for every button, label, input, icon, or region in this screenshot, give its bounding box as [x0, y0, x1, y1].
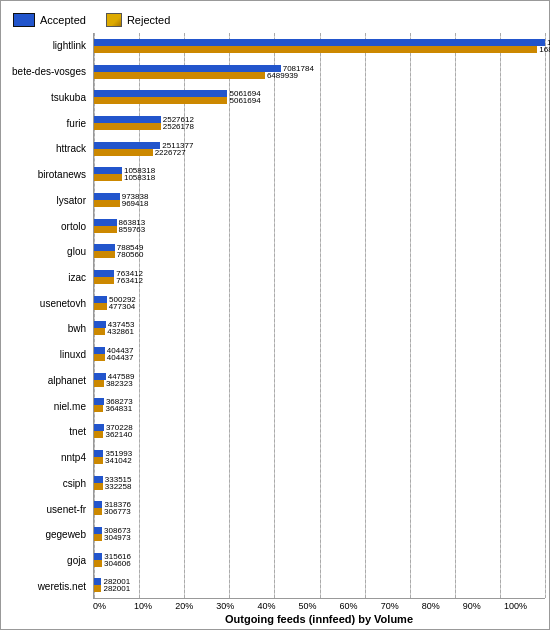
bar-group: 308673304973 — [94, 522, 545, 546]
bar-accepted: 315616 — [94, 553, 102, 560]
bar-row: 437453432861 — [94, 316, 545, 342]
bar-rejected: 341042 — [94, 457, 103, 464]
bar-rejected: 282001 — [94, 585, 101, 592]
bar-group: 25113772226727 — [94, 137, 545, 161]
bar-value-rejected: 477304 — [109, 303, 136, 309]
legend-accepted-box — [13, 13, 35, 27]
bar-rejected: 432861 — [94, 328, 105, 335]
bar-rejected: 1058318 — [94, 174, 122, 181]
bar-rejected: 763412 — [94, 277, 114, 284]
bar-rejected: 304606 — [94, 560, 102, 567]
bar-group: 1710149116811277 — [94, 34, 545, 58]
bar-accepted: 333515 — [94, 476, 103, 483]
bars-grid: 1710149116811277708178464899395061694506… — [93, 33, 545, 599]
bar-accepted: 788549 — [94, 244, 115, 251]
legend-rejected-box — [106, 13, 122, 27]
bar-accepted: 2511377 — [94, 142, 160, 149]
grid-line — [545, 33, 546, 598]
bar-accepted: 368273 — [94, 398, 104, 405]
bar-value-rejected: 364831 — [105, 405, 132, 411]
y-label: izac — [5, 265, 89, 291]
bar-accepted: 437453 — [94, 321, 106, 328]
y-label: tsukuba — [5, 84, 89, 110]
y-label: usenetovh — [5, 290, 89, 316]
bar-value-rejected: 282001 — [103, 585, 130, 591]
bar-value-rejected: 332258 — [105, 483, 132, 489]
bar-group: 370228362140 — [94, 419, 545, 443]
bar-group: 404437404437 — [94, 342, 545, 366]
y-label: tnet — [5, 419, 89, 445]
bar-group: 500292477304 — [94, 291, 545, 315]
bar-group: 10583181058318 — [94, 162, 545, 186]
y-label: weretis.net — [5, 573, 89, 599]
bar-row: 973838969418 — [94, 187, 545, 213]
bar-value-rejected: 1058318 — [124, 174, 155, 180]
bar-rejected: 332258 — [94, 483, 103, 490]
bar-rejected: 16811277 — [94, 46, 537, 53]
bars-section: lightlinkbete-des-vosgestsukubafuriehttr… — [5, 33, 545, 599]
bar-value-rejected: 2526178 — [163, 123, 194, 129]
y-label: gegeweb — [5, 522, 89, 548]
legend-rejected-label: Rejected — [127, 14, 170, 26]
bar-row: 333515332258 — [94, 470, 545, 496]
bar-value-rejected: 780560 — [117, 251, 144, 257]
bar-accepted: 5061694 — [94, 90, 227, 97]
y-label: httrack — [5, 136, 89, 162]
x-label: 60% — [340, 601, 381, 611]
legend: Accepted Rejected — [5, 9, 545, 33]
bar-rejected: 969418 — [94, 200, 120, 207]
x-label: 10% — [134, 601, 175, 611]
x-label: 70% — [381, 601, 422, 611]
bar-value-rejected: 341042 — [105, 457, 132, 463]
bar-row: 447589382323 — [94, 367, 545, 393]
bar-value-rejected: 16811277 — [539, 46, 550, 52]
bar-row: 370228362140 — [94, 418, 545, 444]
bar-accepted: 863813 — [94, 219, 117, 226]
bar-rejected: 2526178 — [94, 123, 161, 130]
bar-value-rejected: 362140 — [105, 431, 132, 437]
bar-accepted: 763412 — [94, 270, 114, 277]
bar-row: 351993341042 — [94, 444, 545, 470]
bar-row: 368273364831 — [94, 393, 545, 419]
bar-rejected: 5061694 — [94, 97, 227, 104]
bar-rejected: 780560 — [94, 251, 115, 258]
x-label: 20% — [175, 601, 216, 611]
bar-group: 315616304606 — [94, 548, 545, 572]
bar-group: 788549780560 — [94, 240, 545, 264]
y-label: bwh — [5, 316, 89, 342]
bar-value-rejected: 6489939 — [267, 72, 298, 78]
y-label: lightlink — [5, 33, 89, 59]
y-label: furie — [5, 110, 89, 136]
y-label: goja — [5, 548, 89, 574]
chart-container: Accepted Rejected lightlinkbete-des-vosg… — [0, 0, 550, 630]
x-label: 80% — [422, 601, 463, 611]
bar-value-rejected: 763412 — [116, 277, 143, 283]
legend-rejected: Rejected — [106, 13, 170, 27]
y-label: usenet-fr — [5, 496, 89, 522]
bar-rejected: 364831 — [94, 405, 103, 412]
bar-accepted: 318376 — [94, 501, 102, 508]
bar-value-rejected: 969418 — [122, 200, 149, 206]
bar-group: 50616945061694 — [94, 85, 545, 109]
bar-rejected: 477304 — [94, 303, 107, 310]
y-label: ortolo — [5, 213, 89, 239]
bar-row: 282001282001 — [94, 572, 545, 598]
legend-accepted-label: Accepted — [40, 14, 86, 26]
bar-value-rejected: 304973 — [104, 534, 131, 540]
bar-group: 863813859763 — [94, 214, 545, 238]
y-label: nntp4 — [5, 445, 89, 471]
bar-accepted: 973838 — [94, 193, 120, 200]
bar-rejected: 2226727 — [94, 149, 153, 156]
bar-row: 763412763412 — [94, 264, 545, 290]
bar-row: 70817846489939 — [94, 59, 545, 85]
legend-accepted: Accepted — [13, 13, 86, 27]
bar-row: 308673304973 — [94, 521, 545, 547]
bar-row: 788549780560 — [94, 239, 545, 265]
bar-row: 500292477304 — [94, 290, 545, 316]
x-label: 0% — [93, 601, 134, 611]
bar-rejected: 404437 — [94, 354, 105, 361]
x-label: 30% — [216, 601, 257, 611]
bar-rejected: 382323 — [94, 380, 104, 387]
x-label: 100% — [504, 601, 545, 611]
bar-rejected: 362140 — [94, 431, 103, 438]
